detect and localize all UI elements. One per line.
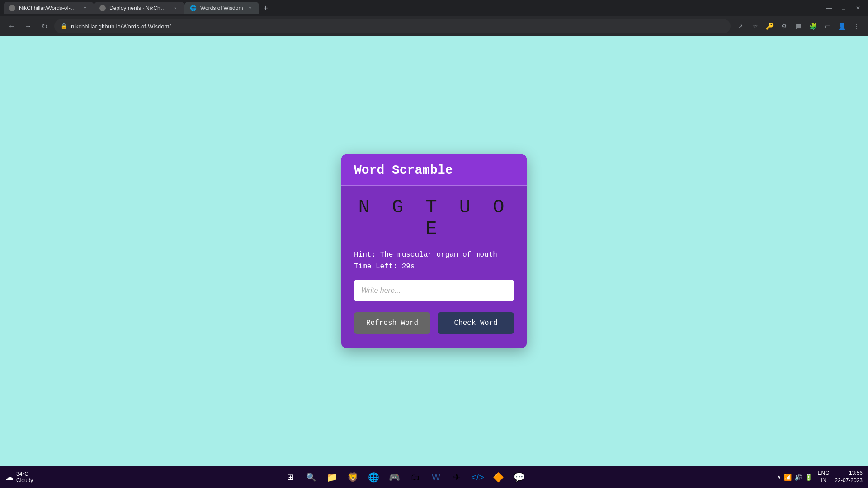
- tab-3-active[interactable]: 🌐 Words of Wisdom ×: [184, 2, 259, 14]
- main-content: Word Scramble N G T U O E Hint: The musc…: [0, 36, 868, 466]
- card-body: N G T U O E Hint: The muscular organ of …: [341, 186, 527, 334]
- tab-1-icon: [9, 5, 15, 11]
- time-display: 13:56 22-07-2023: [835, 470, 863, 484]
- address-bar-row: ← → ↻ 🔒 nikchhillar.github.io/Words-of-W…: [0, 16, 868, 36]
- close-button[interactable]: ✕: [852, 2, 864, 14]
- forward-button[interactable]: →: [22, 20, 34, 33]
- word-button[interactable]: W: [427, 468, 445, 486]
- taskbar-apps: ⊞ 🔍 📁 🦁 🌐 🎮 🗂 W ✈: [281, 468, 528, 486]
- taskbar-right: ∧ 📶 🔊 🔋 ENG IN 13:56 22-07-2023: [777, 470, 863, 484]
- file-manager-icon: 🗂: [410, 472, 420, 483]
- tab-3-label: Words of Wisdom: [200, 5, 243, 11]
- tab-1[interactable]: NikChhillar/Words-of-Wisdom ×: [4, 2, 94, 14]
- address-bar[interactable]: 🔒 nikchhillar.github.io/Words-of-Wisdom/: [54, 19, 731, 33]
- minimize-button[interactable]: —: [823, 2, 835, 14]
- vlc-icon: 🔶: [493, 472, 504, 483]
- app6-icon: 🎮: [389, 472, 400, 483]
- start-button[interactable]: ⊞: [281, 468, 299, 486]
- hint-text: Hint: The muscular organ of mouth: [354, 251, 514, 259]
- system-tray: ∧ 📶 🔊 🔋: [777, 474, 812, 481]
- telegram-button[interactable]: ✈: [448, 468, 466, 486]
- file-manager-button[interactable]: 🗂: [406, 468, 424, 486]
- check-word-button[interactable]: Check Word: [438, 312, 514, 334]
- buttons-row: Refresh Word Check Word: [354, 312, 514, 334]
- timer-text: Time Left: 29s: [354, 263, 514, 271]
- new-tab-button[interactable]: +: [259, 2, 272, 14]
- chevron-up-icon[interactable]: ∧: [777, 474, 781, 481]
- weather-widget: ☁ 34°C Cloudy: [5, 471, 33, 483]
- card-header: Word Scramble: [341, 154, 527, 186]
- vscode-button[interactable]: </>: [468, 468, 486, 486]
- search-button[interactable]: 🔍: [302, 468, 320, 486]
- refresh-word-button[interactable]: Refresh Word: [354, 312, 430, 334]
- file-explorer-button[interactable]: 📁: [323, 468, 341, 486]
- browser-chrome: NikChhillar/Words-of-Wisdom × Deployment…: [0, 0, 868, 36]
- more-icon[interactable]: ⋮: [850, 20, 863, 33]
- game-card: Word Scramble N G T U O E Hint: The musc…: [341, 154, 527, 348]
- language-region: IN: [818, 477, 830, 484]
- password-icon[interactable]: 🔑: [763, 20, 776, 33]
- language-display: ENG IN: [818, 470, 830, 484]
- chrome-icon: 🌐: [368, 472, 379, 483]
- app6-button[interactable]: 🎮: [385, 468, 403, 486]
- brave-button[interactable]: 🦁: [344, 468, 362, 486]
- lock-icon: 🔒: [61, 23, 67, 29]
- settings-icon[interactable]: ⚙: [778, 20, 790, 33]
- tab-2-icon: [99, 5, 106, 11]
- telegram-icon: ✈: [453, 472, 461, 483]
- language-code: ENG: [818, 470, 830, 477]
- chrome-button[interactable]: 🌐: [364, 468, 382, 486]
- weather-condition: Cloudy: [16, 477, 33, 483]
- game-title: Word Scramble: [354, 163, 514, 177]
- time-label: Time Left:: [354, 263, 397, 271]
- word-icon: W: [432, 472, 440, 483]
- clock-time: 13:56: [835, 470, 863, 477]
- search-icon: 🔍: [306, 472, 316, 482]
- share-icon[interactable]: ↗: [734, 20, 747, 33]
- back-button[interactable]: ←: [5, 20, 18, 33]
- tab-3-icon: 🌐: [190, 5, 197, 11]
- network-icon: 📶: [784, 474, 792, 481]
- whatsapp-icon: 💬: [514, 472, 525, 483]
- time-value: 29s: [402, 263, 415, 271]
- window-controls: — □ ✕: [823, 2, 864, 14]
- hint-label: Hint:: [354, 251, 376, 259]
- taskbar: ☁ 34°C Cloudy ⊞ 🔍 📁 🦁 🌐 🎮: [0, 466, 868, 488]
- vscode-icon: </>: [471, 472, 484, 483]
- tab-2-label: Deployments · NikChhillar/Word...: [109, 5, 168, 11]
- maximize-button[interactable]: □: [837, 2, 850, 14]
- scrambled-word: N G T U O E: [354, 197, 514, 240]
- tab-1-label: NikChhillar/Words-of-Wisdom: [19, 5, 78, 11]
- toolbar-icons: ↗ ☆ 🔑 ⚙ ▦ 🧩 ▭ 👤 ⋮: [734, 20, 863, 33]
- apps-icon[interactable]: ▦: [792, 20, 805, 33]
- vlc-button[interactable]: 🔶: [489, 468, 507, 486]
- folder-icon: 📁: [326, 472, 338, 483]
- url-text: nikchhillar.github.io/Words-of-Wisdom/: [71, 23, 171, 30]
- volume-icon: 🔊: [794, 474, 802, 481]
- tab-1-close[interactable]: ×: [81, 5, 89, 12]
- bookmark-icon[interactable]: ☆: [749, 20, 761, 33]
- brave-icon: 🦁: [347, 472, 359, 483]
- weather-icon: ☁: [5, 472, 14, 482]
- tab-3-close[interactable]: ×: [246, 5, 254, 12]
- profile-icon[interactable]: 👤: [835, 20, 848, 33]
- whatsapp-button[interactable]: 💬: [510, 468, 528, 486]
- tab-2[interactable]: Deployments · NikChhillar/Word... ×: [94, 2, 184, 14]
- tab-bar: NikChhillar/Words-of-Wisdom × Deployment…: [0, 0, 868, 16]
- extensions-icon[interactable]: 🧩: [807, 20, 819, 33]
- weather-info: 34°C Cloudy: [16, 471, 33, 483]
- battery-icon: 🔋: [805, 474, 812, 481]
- word-input[interactable]: [354, 280, 514, 301]
- hint-value: The muscular organ of mouth: [380, 251, 497, 259]
- clock-date: 22-07-2023: [835, 477, 863, 484]
- refresh-button[interactable]: ↻: [38, 20, 51, 33]
- sidebar-icon[interactable]: ▭: [821, 20, 834, 33]
- windows-icon: ⊞: [287, 472, 294, 482]
- tab-2-close[interactable]: ×: [172, 5, 179, 12]
- weather-temp: 34°C: [16, 471, 33, 477]
